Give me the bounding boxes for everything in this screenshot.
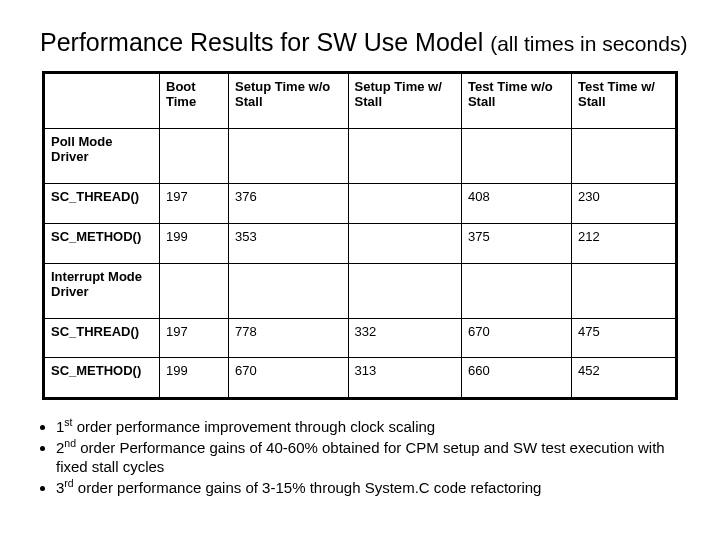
list-item: 1st order performance improvement throug… [56,418,690,437]
bullet-list: 1st order performance improvement throug… [36,418,690,497]
table-cell: 199 [160,358,229,399]
bullet-text: order Performance gains of 40-60% obtain… [56,439,665,475]
list-item: 2nd order Performance gains of 40-60% ob… [56,439,690,477]
table-cell: 452 [572,358,677,399]
list-item: 3rd order performance gains of 3-15% thr… [56,479,690,498]
row-label: SC_METHOD() [44,358,160,399]
empty-cell [572,128,677,183]
table-cell: 375 [461,223,571,263]
table-cell: 670 [229,358,349,399]
table-row: SC_THREAD() 197 376 408 230 [44,183,677,223]
table-header-row: Boot Time Setup Time w/o Stall Setup Tim… [44,73,677,129]
slide-title-main: Performance Results for SW Use Model [40,28,483,56]
row-label: SC_THREAD() [44,183,160,223]
col-header: Setup Time w/o Stall [229,73,349,129]
section-label: Interrupt Mode Driver [44,263,160,318]
col-header: Boot Time [160,73,229,129]
table-cell: 353 [229,223,349,263]
empty-cell [348,128,461,183]
ordinal-suf: st [64,416,72,428]
table-corner-cell [44,73,160,129]
row-label: SC_METHOD() [44,223,160,263]
table-row: SC_METHOD() 199 353 375 212 [44,223,677,263]
empty-cell [461,128,571,183]
table-section-row: Interrupt Mode Driver [44,263,677,318]
ordinal-suf: nd [64,437,76,449]
empty-cell [572,263,677,318]
table-cell: 778 [229,318,349,358]
table-cell: 197 [160,183,229,223]
table-cell: 660 [461,358,571,399]
empty-cell [461,263,571,318]
performance-table: Boot Time Setup Time w/o Stall Setup Tim… [42,71,678,400]
empty-cell [348,263,461,318]
table-cell: 376 [229,183,349,223]
ordinal-suf: rd [64,477,73,489]
table-section-row: Poll Mode Driver [44,128,677,183]
table-cell: 212 [572,223,677,263]
empty-cell [160,263,229,318]
col-header: Setup Time w/ Stall [348,73,461,129]
section-label: Poll Mode Driver [44,128,160,183]
table-cell: 475 [572,318,677,358]
table-cell [348,183,461,223]
bullet-text: order performance gains of 3-15% through… [74,479,542,496]
table-cell: 199 [160,223,229,263]
empty-cell [229,128,349,183]
col-header: Test Time w/o Stall [461,73,571,129]
slide-title: Performance Results for SW Use Model (al… [40,28,690,57]
col-header: Test Time w/ Stall [572,73,677,129]
table-cell: 408 [461,183,571,223]
table-cell: 230 [572,183,677,223]
row-label: SC_THREAD() [44,318,160,358]
table-cell: 332 [348,318,461,358]
table-cell: 197 [160,318,229,358]
table-cell: 670 [461,318,571,358]
empty-cell [229,263,349,318]
table-cell: 313 [348,358,461,399]
bullet-text: order performance improvement through cl… [73,418,436,435]
table-row: SC_THREAD() 197 778 332 670 475 [44,318,677,358]
slide-title-sub: (all times in seconds) [490,32,687,55]
table-row: SC_METHOD() 199 670 313 660 452 [44,358,677,399]
empty-cell [160,128,229,183]
table-cell [348,223,461,263]
